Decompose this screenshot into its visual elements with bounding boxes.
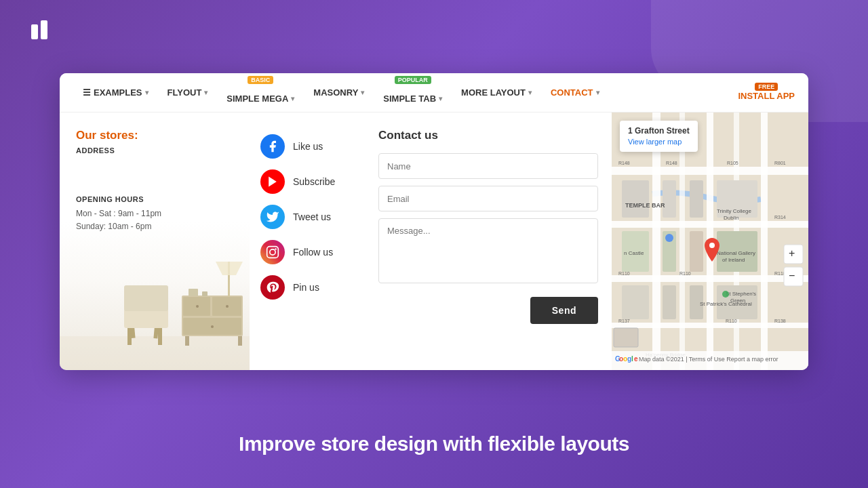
svg-rect-36	[622, 180, 649, 218]
svg-rect-2	[60, 336, 250, 370]
facebook-link[interactable]: Like us	[256, 129, 365, 164]
content-area: Our stores: ADDRESS OPENING HOURS Mon - …	[60, 113, 808, 370]
svg-point-69	[665, 234, 673, 242]
twitter-label: Tweet us	[293, 211, 331, 222]
nav-simple-mega[interactable]: BASIC SIMPLE MEGA ▾	[217, 73, 304, 113]
chevron-icon: ▾	[596, 89, 599, 96]
install-app-button[interactable]: FREE INSTALL APP	[738, 84, 795, 101]
social-links-panel: Like us Subscribe Tweet us	[250, 113, 372, 370]
svg-rect-1	[41, 20, 47, 39]
svg-rect-38	[690, 180, 703, 218]
twitter-icon	[260, 205, 285, 229]
nav-flyout[interactable]: FLYOUT ▾	[158, 73, 218, 113]
svg-point-8	[226, 305, 229, 308]
svg-text:R110: R110	[618, 271, 630, 276]
pinterest-link[interactable]: Pin us	[256, 270, 365, 305]
navbar: ☰ EXAMPLES ▾ FLYOUT ▾ BASIC SIMPLE MEGA …	[60, 73, 808, 113]
svg-rect-42	[690, 231, 703, 272]
svg-text:R110: R110	[726, 319, 737, 323]
send-button[interactable]: Send	[530, 297, 598, 324]
pinterest-icon	[260, 275, 285, 300]
nav-simple-tab[interactable]: POPULAR SIMPLE TAB ▾	[374, 73, 452, 113]
store-title: Our stores:	[76, 129, 233, 142]
nav-examples[interactable]: ☰ EXAMPLES ▾	[73, 73, 158, 113]
svg-rect-20	[189, 289, 198, 296]
opening-hours-label: OPENING HOURS	[76, 195, 233, 203]
svg-text:TEMPLE BAR: TEMPLE BAR	[625, 202, 665, 209]
svg-text:R314: R314	[774, 215, 786, 220]
popular-badge: POPULAR	[395, 76, 431, 84]
svg-rect-37	[663, 180, 676, 218]
nav-masonry[interactable]: MASONRY ▾	[304, 73, 374, 113]
svg-rect-16	[124, 309, 168, 328]
view-larger-map-link[interactable]: View larger map	[628, 138, 682, 146]
svg-text:R148: R148	[618, 161, 630, 165]
svg-text:of Ireland: of Ireland	[722, 257, 745, 263]
svg-rect-21	[202, 291, 208, 296]
svg-text:National Gallery: National Gallery	[717, 250, 755, 256]
chevron-icon: ▾	[145, 89, 149, 96]
svg-text:e: e	[634, 355, 638, 363]
chevron-icon: ▾	[361, 89, 364, 96]
main-card: ☰ EXAMPLES ▾ FLYOUT ▾ BASIC SIMPLE MEGA …	[60, 73, 808, 370]
svg-point-25	[275, 248, 277, 250]
svg-rect-33	[761, 113, 768, 370]
svg-text:l: l	[631, 355, 633, 363]
svg-point-24	[270, 249, 275, 255]
svg-rect-23	[267, 247, 279, 258]
svg-text:R148: R148	[666, 161, 677, 165]
svg-text:Trinity College: Trinity College	[717, 208, 751, 214]
svg-text:Map data ©2021  |  Terms of Us: Map data ©2021 | Terms of Use Report a m…	[639, 356, 778, 363]
svg-point-9	[211, 325, 214, 328]
svg-text:R137: R137	[618, 319, 630, 323]
svg-marker-19	[216, 262, 243, 275]
twitter-link[interactable]: Tweet us	[256, 199, 365, 235]
svg-point-70	[722, 291, 729, 298]
instagram-icon	[260, 240, 285, 264]
message-input[interactable]	[378, 218, 598, 283]
svg-rect-44	[622, 285, 649, 319]
nav-more-layout[interactable]: MORE LAYOUT ▾	[452, 73, 541, 113]
svg-text:R110: R110	[679, 271, 691, 276]
facebook-label: Like us	[293, 141, 323, 152]
svg-text:St Stephen's: St Stephen's	[726, 291, 756, 297]
svg-text:R138: R138	[774, 319, 786, 323]
svg-text:n Castle: n Castle	[624, 250, 644, 256]
svg-point-7	[196, 305, 199, 308]
contact-form-panel: Contact us Send	[372, 113, 612, 370]
instagram-label: Follow us	[293, 247, 333, 258]
svg-rect-11	[238, 336, 242, 346]
svg-point-72	[709, 243, 715, 248]
instagram-link[interactable]: Follow us	[256, 235, 365, 270]
address-label: ADDRESS	[76, 146, 233, 155]
youtube-icon	[260, 169, 285, 194]
chevron-icon: ▾	[291, 95, 294, 102]
svg-text:−: −	[789, 270, 795, 281]
svg-rect-13	[158, 326, 162, 345]
youtube-link[interactable]: Subscribe	[256, 164, 365, 199]
chevron-icon: ▾	[204, 89, 208, 96]
tagline: Improve store design with flexible layou…	[0, 432, 868, 455]
youtube-label: Subscribe	[293, 176, 335, 187]
map-address: 1 Grafton Street	[628, 126, 690, 136]
chevron-icon: ▾	[439, 95, 442, 102]
furniture-image	[60, 221, 250, 370]
map-panel: R148 R148 R105 R801 R314 R110 R110 R110 …	[612, 113, 808, 370]
pinterest-label: Pin us	[293, 282, 319, 293]
name-input[interactable]	[378, 153, 598, 179]
svg-rect-0	[31, 24, 38, 39]
chevron-icon: ▾	[528, 89, 532, 96]
svg-text:R801: R801	[774, 161, 786, 165]
email-input[interactable]	[378, 186, 598, 211]
svg-rect-10	[185, 336, 189, 346]
nav-contact[interactable]: CONTACT ▾	[541, 73, 609, 113]
contact-title: Contact us	[378, 129, 598, 142]
svg-text:+: +	[789, 247, 795, 259]
basic-badge: BASIC	[248, 76, 273, 84]
free-badge: FREE	[755, 83, 778, 91]
svg-rect-77	[614, 328, 638, 347]
svg-rect-45	[663, 285, 676, 319]
map-popup: 1 Grafton Street View larger map	[620, 121, 698, 152]
svg-text:Green: Green	[730, 298, 745, 304]
svg-text:R105: R105	[727, 161, 738, 165]
